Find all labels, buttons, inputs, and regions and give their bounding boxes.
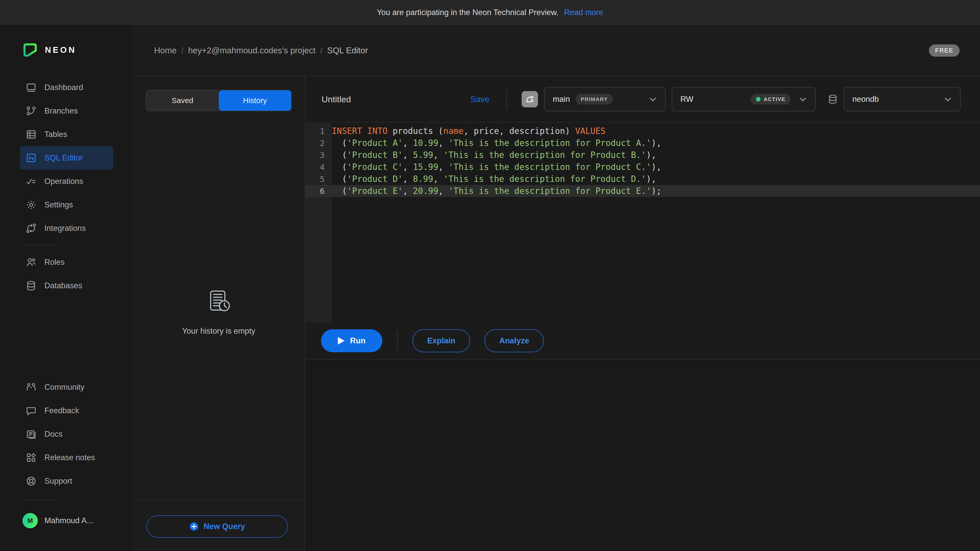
- neon-logo[interactable]: NEON: [22, 42, 133, 58]
- code-line[interactable]: 2 ('Product A', 10.99, 'This is the desc…: [305, 137, 980, 149]
- code-token: (: [332, 186, 347, 196]
- code-text: ('Product D', 8.99, 'This is the descrip…: [332, 174, 656, 184]
- sidebar-item-label: Dashboard: [45, 83, 83, 92]
- panel-divider: [133, 499, 305, 500]
- code-token: (: [332, 150, 347, 160]
- history-empty-icon: [205, 288, 232, 315]
- database-selector[interactable]: neondb: [844, 87, 961, 111]
- breadcrumb-project[interactable]: hey+2@mahmoud.codes's project: [188, 46, 315, 56]
- code-text: ('Product B', 5.99, 'This is the descrip…: [332, 150, 656, 160]
- sidebar-item-databases[interactable]: Databases: [20, 274, 113, 297]
- neon-logo-icon: [22, 42, 38, 58]
- code-token: );: [651, 186, 662, 196]
- sidebar-item-docs[interactable]: Docs: [20, 422, 113, 446]
- sidebar-item-integrations[interactable]: Integrations: [20, 217, 113, 240]
- code-token: 10.99: [413, 138, 438, 148]
- sidebar-item-roles[interactable]: Roles: [20, 251, 113, 274]
- user-menu[interactable]: M Mahmoud A...: [22, 513, 133, 528]
- results-area: [305, 360, 980, 551]
- sidebar-item-feedback[interactable]: Feedback: [20, 399, 113, 422]
- code-text: INSERT INTO products (name, price, descr…: [332, 126, 606, 136]
- editor-actions: Run Explain Analyze: [305, 322, 980, 360]
- sidebar-item-release-notes[interactable]: Release notes: [20, 446, 113, 469]
- query-title[interactable]: Untitled: [321, 94, 351, 104]
- sql-editor-icon: [25, 152, 37, 164]
- code-token: ),: [651, 138, 662, 148]
- sidebar-item-label: Branches: [45, 106, 78, 116]
- code-token: (: [332, 174, 347, 184]
- toolbar-divider: [506, 89, 507, 109]
- tab-saved[interactable]: Saved: [146, 90, 219, 111]
- sidebar-divider: [25, 245, 57, 245]
- code-token: 'This is the description for Product C.': [449, 162, 651, 172]
- sidebar-item-support[interactable]: Support: [20, 469, 113, 493]
- branch-selector[interactable]: main PRIMARY: [544, 87, 666, 111]
- code-line[interactable]: 6 ('Product E', 20.99, 'This is the desc…: [305, 185, 980, 197]
- sidebar-item-label: SQL Editor: [45, 153, 83, 162]
- code-text: ('Product C', 15.99, 'This is the descri…: [332, 162, 661, 172]
- code-line[interactable]: 3 ('Product B', 5.99, 'This is the descr…: [305, 149, 980, 161]
- breadcrumb-home[interactable]: Home: [154, 46, 177, 56]
- sidebar-item-community[interactable]: Community: [20, 375, 113, 399]
- sidebar-item-label: Databases: [45, 281, 82, 290]
- breadcrumb-separator: /: [181, 46, 183, 56]
- code-token: 'Product B': [347, 150, 403, 160]
- sidebar-item-label: Feedback: [45, 406, 79, 415]
- queries-tabs: Saved History: [146, 90, 292, 111]
- run-button[interactable]: Run: [321, 329, 382, 352]
- sidebar-item-settings[interactable]: Settings: [20, 193, 113, 217]
- roles-icon: [25, 257, 37, 268]
- read-more-link[interactable]: Read more: [564, 8, 603, 17]
- chevron-down-icon: [798, 94, 808, 104]
- gear-icon: [25, 199, 37, 210]
- technical-preview-banner: You are participating in the Neon Techni…: [0, 0, 980, 25]
- banner-text: You are participating in the Neon Techni…: [377, 8, 558, 17]
- history-empty-state: Your history is empty: [133, 288, 305, 336]
- new-query-button[interactable]: New Query: [146, 515, 288, 538]
- code-token: ,: [403, 186, 413, 196]
- explain-button[interactable]: Explain: [412, 329, 470, 352]
- line-number: 3: [305, 151, 332, 160]
- tab-history[interactable]: History: [219, 90, 291, 111]
- analyze-button[interactable]: Analyze: [484, 329, 544, 352]
- sidebar-item-branches[interactable]: Branches: [20, 99, 113, 123]
- run-label: Run: [350, 336, 366, 345]
- code-line[interactable]: 1INSERT INTO products (name, price, desc…: [305, 125, 980, 137]
- save-button[interactable]: Save: [470, 94, 490, 104]
- code-token: ),: [651, 162, 662, 172]
- line-number: 5: [305, 175, 332, 184]
- code-token: ,: [403, 150, 413, 160]
- actions-divider: [397, 332, 398, 350]
- code-token: ,: [438, 186, 449, 196]
- active-badge: ACTIVE: [751, 94, 791, 105]
- code-lines: 1INSERT INTO products (name, price, desc…: [305, 125, 980, 197]
- sidebar-item-label: Tables: [45, 130, 67, 139]
- line-number: 1: [305, 127, 332, 136]
- branch-compute-icon[interactable]: [522, 91, 538, 107]
- integrations-icon: [25, 223, 37, 234]
- sidebar-item-dashboard[interactable]: Dashboard: [20, 76, 113, 99]
- code-token: 'This is the description for Product E.': [449, 186, 651, 196]
- code-line[interactable]: 4 ('Product C', 15.99, 'This is the desc…: [305, 161, 980, 173]
- sidebar-item-label: Support: [45, 476, 72, 486]
- code-token: 'This is the description for Product B.': [443, 150, 646, 160]
- sql-code-editor[interactable]: 1INSERT INTO products (name, price, desc…: [305, 123, 980, 322]
- breadcrumb-current-page: SQL Editor: [327, 46, 368, 56]
- sidebar-bottom-group: Community Feedback Docs: [0, 375, 133, 528]
- status-dot: [756, 97, 760, 102]
- sidebar: NEON Dashboard Branches Ta: [0, 25, 133, 551]
- code-line[interactable]: 5 ('Product D', 8.99, 'This is the descr…: [305, 173, 980, 185]
- compute-name: RW: [680, 95, 694, 104]
- code-token: , price, description): [464, 126, 575, 136]
- line-number: 2: [305, 138, 332, 148]
- avatar: M: [22, 513, 38, 528]
- code-token: ,: [403, 138, 413, 148]
- code-token: (: [332, 162, 347, 172]
- sidebar-item-operations[interactable]: Operations: [20, 170, 113, 193]
- sidebar-item-sql-editor[interactable]: SQL Editor: [20, 146, 113, 170]
- code-token: 'Product A': [347, 138, 403, 148]
- sidebar-item-label: Community: [45, 383, 84, 392]
- feedback-icon: [25, 405, 37, 416]
- sidebar-item-tables[interactable]: Tables: [20, 123, 113, 146]
- compute-selector[interactable]: RW ACTIVE: [672, 87, 816, 111]
